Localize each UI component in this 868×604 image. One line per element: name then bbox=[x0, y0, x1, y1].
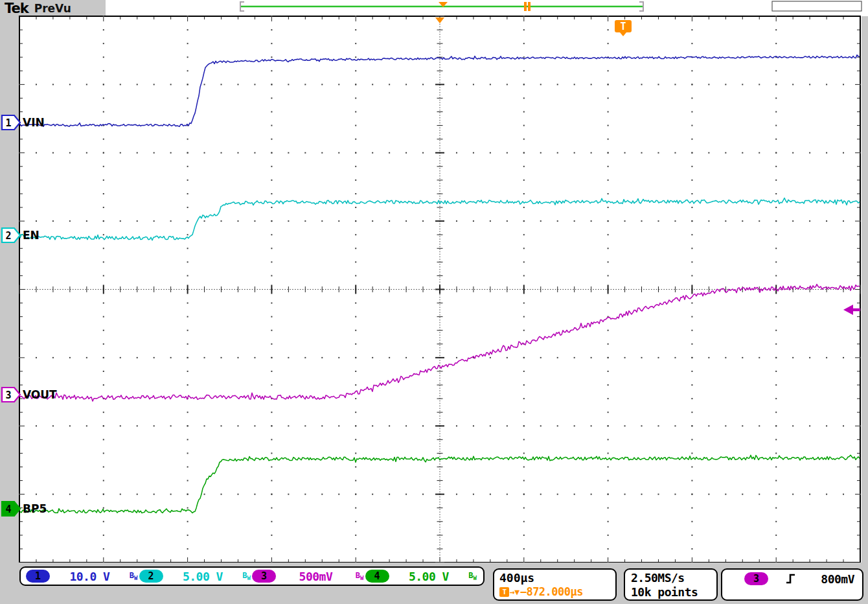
scope-display: 1VIN2EN3VOUT4BP5T bbox=[0, 0, 868, 604]
channel-4-position-marker[interactable]: 4 bbox=[2, 502, 20, 516]
channel-3-badge: 3 bbox=[252, 570, 276, 583]
trigger-level-value: 800mV bbox=[821, 572, 854, 586]
bandwidth-limit-icon: BW bbox=[130, 571, 138, 581]
trigger-delay-value: −872.000µs bbox=[520, 585, 583, 598]
channel-3-position-marker[interactable]: 3 bbox=[2, 388, 20, 402]
svg-text:2: 2 bbox=[5, 230, 11, 242]
trigger-t-icon: T bbox=[499, 587, 509, 597]
channel-2-position-marker[interactable]: 2 bbox=[2, 228, 20, 242]
rising-edge-icon bbox=[785, 572, 797, 585]
channel-3-readout: 3500mVBW bbox=[252, 570, 365, 583]
bandwidth-limit-icon: BW bbox=[356, 571, 364, 581]
oscilloscope-screen: Tek PreVu 1VIN2EN3VOUT4BP5T 110.0 VBW25.… bbox=[0, 0, 868, 604]
channel-3-scale: 500mV bbox=[276, 570, 356, 583]
delay-arrow-icon: →▼ bbox=[510, 587, 520, 597]
bandwidth-limit-icon: BW bbox=[242, 571, 251, 581]
svg-text:1: 1 bbox=[5, 117, 11, 129]
sample-rate: 2.50MS/s bbox=[631, 571, 711, 585]
channel-1-position-marker[interactable]: 1 bbox=[2, 115, 20, 130]
channel-label-vin: VIN bbox=[23, 116, 45, 129]
channel-1-scale: 10.0 V bbox=[50, 570, 130, 583]
channel-4-badge: 4 bbox=[365, 570, 389, 583]
record-view-bar[interactable] bbox=[240, 2, 643, 11]
svg-text:4: 4 bbox=[5, 504, 11, 515]
bandwidth-limit-icon: BW bbox=[468, 571, 477, 581]
svg-text:3: 3 bbox=[5, 389, 11, 401]
trigger-source-badge: 3 bbox=[744, 572, 768, 585]
channel-label-bp5: BP5 bbox=[23, 502, 47, 515]
channel-1-readout: 110.0 VBW bbox=[26, 570, 139, 583]
trigger-readout-box: 3 800mV bbox=[721, 568, 863, 601]
channel-label-vout: VOUT bbox=[23, 388, 57, 401]
top-right-empty-box bbox=[772, 1, 862, 11]
channel-2-readout: 25.00 VBW bbox=[139, 570, 253, 583]
svg-text:T: T bbox=[620, 21, 626, 32]
channel-2-badge: 2 bbox=[139, 570, 163, 583]
trigger-delay-readout: T →▼ −872.000µs bbox=[499, 585, 610, 598]
channel-label-en: EN bbox=[23, 229, 40, 242]
record-length: 10k points bbox=[631, 585, 711, 599]
timebase-box: 400µs T →▼ −872.000µs bbox=[493, 568, 617, 601]
channel-readouts-box: 110.0 VBW25.00 VBW3500mVBW45.00 VBW bbox=[19, 566, 485, 586]
timebase-scale: 400µs bbox=[499, 571, 610, 585]
channel-2-scale: 5.00 V bbox=[163, 570, 243, 583]
channel-1-badge: 1 bbox=[26, 570, 50, 583]
record-pause-icon bbox=[528, 2, 531, 11]
status-bar: 110.0 VBW25.00 VBW3500mVBW45.00 VBW 400µ… bbox=[0, 563, 868, 604]
record-pause-icon bbox=[524, 2, 527, 11]
channel-4-readout: 45.00 VBW bbox=[365, 570, 479, 583]
channel-4-scale: 5.00 V bbox=[389, 570, 469, 583]
acquisition-box: 2.50MS/s 10k points bbox=[624, 568, 718, 601]
